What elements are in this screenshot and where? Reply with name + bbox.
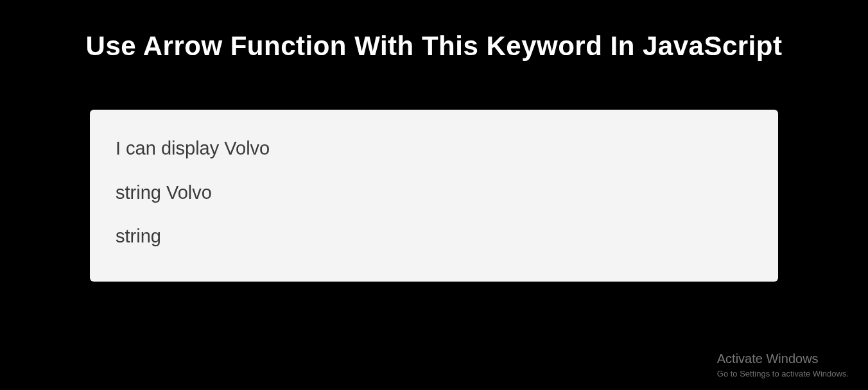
output-panel: I can display Volvo string Volvo string: [90, 110, 778, 282]
watermark-title: Activate Windows: [717, 352, 849, 366]
watermark-subtitle: Go to Settings to activate Windows.: [717, 369, 849, 378]
windows-activation-watermark: Activate Windows Go to Settings to activ…: [717, 352, 849, 378]
page-title: Use Arrow Function With This Keyword In …: [0, 0, 868, 62]
output-line-1: I can display Volvo: [116, 135, 752, 162]
output-line-3: string: [116, 223, 752, 250]
output-line-2: string Volvo: [116, 180, 752, 206]
